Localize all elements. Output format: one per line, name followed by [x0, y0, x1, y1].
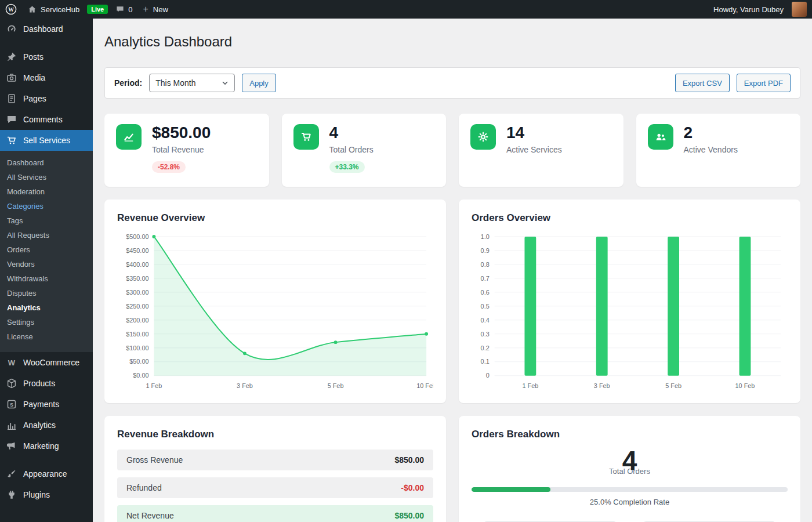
new-label: New	[153, 5, 168, 14]
avatar	[792, 2, 807, 17]
sidebar-item-label: Sell Services	[23, 136, 70, 145]
svg-text:0.2: 0.2	[481, 345, 490, 351]
revenue-breakdown-card: Revenue Breakdown Gross Revenue$850.00Re…	[104, 416, 446, 522]
submenu-item-all-services[interactable]: All Services	[0, 170, 93, 184]
svg-text:1.0: 1.0	[481, 233, 490, 240]
svg-text:3 Feb: 3 Feb	[594, 382, 610, 389]
submenu-item-dashboard[interactable]: Dashboard	[0, 155, 93, 170]
stat-card-active-services: 14Active Services	[459, 114, 624, 187]
sidebar-item-label: Comments	[23, 115, 63, 124]
stat-cards-row: $850.00Total Revenue-52.8%4Total Orders+…	[104, 114, 800, 187]
sidebar-item-payments[interactable]: SPayments	[0, 394, 93, 415]
marketing-icon	[6, 440, 17, 452]
stat-label: Total Orders	[329, 145, 374, 154]
sidebar-item-posts[interactable]: Posts	[0, 46, 93, 67]
export-csv-button[interactable]: Export CSV	[675, 74, 730, 92]
svg-text:5 Feb: 5 Feb	[328, 382, 344, 389]
svg-text:W: W	[8, 358, 16, 367]
comments-icon	[6, 114, 17, 125]
sidebar-item-label: Analytics	[23, 420, 56, 430]
export-pdf-button[interactable]: Export PDF	[737, 74, 791, 92]
cart-icon	[300, 130, 313, 143]
revenue-overview-card: Revenue Overview $0.00$50.00$100.00$150.…	[104, 200, 446, 403]
svg-text:$150.00: $150.00	[126, 331, 148, 338]
svg-text:$400.00: $400.00	[126, 261, 148, 268]
cart-icon	[6, 135, 17, 146]
cart-icon	[293, 124, 319, 150]
admin-bar: W ServiceHub Live 0 + New Howdy, Varun D…	[0, 0, 812, 19]
vendors-icon	[654, 130, 667, 143]
orders-bar-chart: 00.10.20.30.40.50.60.70.80.91.01 Feb3 Fe…	[472, 231, 788, 392]
sidebar-item-dashboard[interactable]: Dashboard	[0, 19, 93, 39]
vendors-icon	[648, 124, 673, 150]
breakdown-row-refunded: Refunded-$0.00	[117, 477, 433, 498]
home-icon	[27, 5, 37, 14]
svg-text:$250.00: $250.00	[126, 303, 148, 310]
sidebar-item-sell-services[interactable]: Sell Services	[0, 130, 93, 151]
comments-shortcut[interactable]: 0	[110, 0, 137, 19]
svg-text:$100.00: $100.00	[126, 345, 148, 351]
svg-text:0.9: 0.9	[481, 247, 490, 254]
stat-label: Active Services	[506, 145, 562, 154]
submenu-item-tags[interactable]: Tags	[0, 213, 93, 228]
stat-label: Active Vendors	[684, 145, 738, 154]
gear-icon	[477, 130, 490, 143]
submenu-item-disputes[interactable]: Disputes	[0, 286, 93, 300]
breakdown-row-label: Net Revenue	[126, 511, 174, 520]
svg-text:0: 0	[486, 372, 490, 379]
submenu-item-moderation[interactable]: Moderation	[0, 184, 93, 199]
breakdown-row-label: Refunded	[126, 483, 162, 492]
stat-card-total-orders: 4Total Orders+33.3%	[282, 114, 447, 187]
submenu-item-all-requests[interactable]: All Requests	[0, 228, 93, 242]
page-title: Analytics Dashboard	[104, 34, 800, 50]
breakdown-row: Revenue Breakdown Gross Revenue$850.00Re…	[104, 416, 800, 522]
svg-text:$500.00: $500.00	[126, 233, 148, 240]
svg-text:1 Feb: 1 Feb	[522, 382, 538, 389]
svg-text:0.4: 0.4	[481, 317, 490, 324]
sidebar-item-appearance[interactable]: Appearance	[0, 463, 93, 484]
submenu-item-analytics[interactable]: Analytics	[0, 300, 93, 315]
howdy-menu[interactable]: Howdy, Varun Dubey	[708, 0, 812, 19]
sidebar-item-products[interactable]: Products	[0, 373, 93, 394]
wordpress-logo[interactable]: W	[0, 0, 22, 19]
svg-text:W: W	[8, 6, 14, 13]
completion-progress-fill	[472, 487, 550, 492]
site-menu[interactable]: ServiceHub	[22, 0, 85, 19]
stat-value: 14	[506, 124, 562, 142]
sidebar-item-plugins[interactable]: Plugins	[0, 484, 93, 505]
svg-text:0.3: 0.3	[481, 331, 490, 338]
orders-breakdown-card: Orders Breakdown 4 Total Orders 25.0% Co…	[459, 416, 800, 522]
sidebar-item-analytics[interactable]: Analytics	[0, 415, 93, 436]
sidebar-item-comments[interactable]: Comments	[0, 109, 93, 130]
new-content-menu[interactable]: + New	[137, 0, 173, 19]
stat-card-total-revenue: $850.00Total Revenue-52.8%	[104, 114, 269, 187]
svg-text:3 Feb: 3 Feb	[237, 382, 253, 389]
sidebar-item-label: Payments	[23, 400, 59, 409]
period-select-value: This Month	[155, 78, 195, 88]
stat-value: 4	[329, 124, 374, 142]
live-badge: Live	[87, 5, 108, 14]
sell-services-submenu: DashboardAll ServicesModerationCategorie…	[0, 151, 93, 352]
svg-text:$50.00: $50.00	[129, 358, 148, 365]
sidebar-item-pages[interactable]: Pages	[0, 88, 93, 109]
orders-overview-title: Orders Overview	[472, 212, 788, 224]
revenue-breakdown-title: Revenue Breakdown	[117, 429, 433, 440]
apply-button[interactable]: Apply	[242, 74, 276, 92]
sidebar-item-media[interactable]: Media	[0, 67, 93, 88]
woocommerce-icon: W	[6, 357, 17, 368]
sidebar-item-marketing[interactable]: Marketing	[0, 436, 93, 456]
sidebar-item-label: Plugins	[23, 490, 50, 499]
svg-text:S: S	[10, 402, 13, 408]
submenu-item-categories[interactable]: Categories	[0, 199, 93, 213]
submenu-item-orders[interactable]: Orders	[0, 242, 93, 257]
submenu-item-license[interactable]: License	[0, 329, 93, 344]
svg-text:$450.00: $450.00	[126, 247, 148, 254]
orders-breakdown-title: Orders Breakdown	[472, 429, 788, 440]
period-select[interactable]: This Month	[149, 74, 235, 92]
submenu-item-settings[interactable]: Settings	[0, 315, 93, 329]
submenu-item-withdrawals[interactable]: Withdrawals	[0, 271, 93, 286]
stat-card-active-vendors: 2Active Vendors	[636, 114, 801, 187]
charts-row: Revenue Overview $0.00$50.00$100.00$150.…	[104, 200, 800, 403]
sidebar-item-woocommerce[interactable]: WWooCommerce	[0, 352, 93, 373]
submenu-item-vendors[interactable]: Vendors	[0, 257, 93, 271]
